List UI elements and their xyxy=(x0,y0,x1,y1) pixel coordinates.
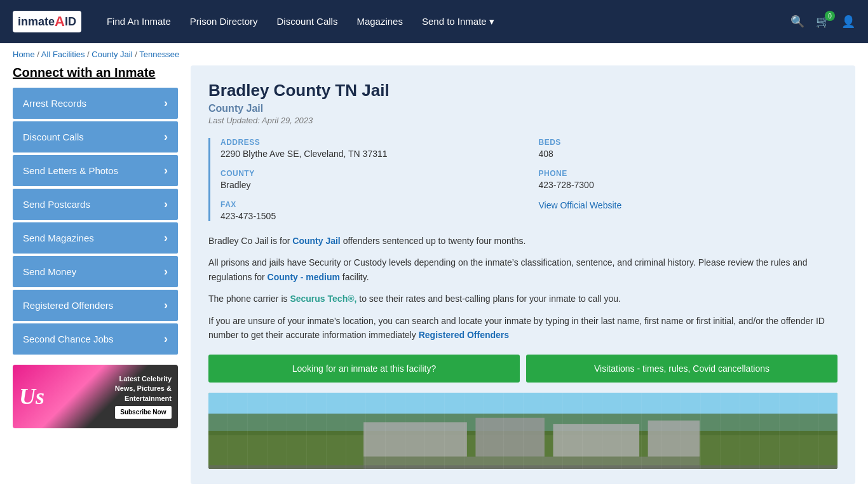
search-button[interactable]: 🔍 xyxy=(790,15,804,29)
county-field: COUNTY Bradley xyxy=(220,169,520,190)
find-inmate-button[interactable]: Looking for an inmate at this facility? xyxy=(208,355,520,383)
fax-value: 423-473-1505 xyxy=(220,211,520,221)
sidebar-item-label: Send Letters & Photos xyxy=(23,165,118,176)
ad-banner[interactable]: Us Latest Celebrity News, Pictures & Ent… xyxy=(13,365,178,428)
nav-discount-calls[interactable]: Discount Calls xyxy=(277,16,338,27)
sidebar-item-registered-offenders[interactable]: Registered Offenders › xyxy=(13,290,178,321)
sidebar-item-label: Registered Offenders xyxy=(23,300,113,311)
facility-info-grid: ADDRESS 2290 Blythe Ave SE, Cleveland, T… xyxy=(208,138,837,221)
desc-paragraph-3: The phone carrier is Securus Tech®, to s… xyxy=(208,292,837,306)
sidebar-menu: Arrest Records › Discount Calls › Send L… xyxy=(13,88,178,355)
nav-magazines[interactable]: Magazines xyxy=(356,16,403,27)
visitations-button[interactable]: Visitations - times, rules, Covid cancel… xyxy=(526,355,837,383)
chevron-right-icon: › xyxy=(164,97,168,110)
photo-overlay xyxy=(208,393,837,469)
facility-type: County Jail xyxy=(208,103,837,114)
chevron-right-icon: › xyxy=(164,231,168,245)
sidebar: Connect with an Inmate Arrest Records › … xyxy=(13,65,178,484)
nav-prison-directory[interactable]: Prison Directory xyxy=(190,16,258,27)
nav-icons: 🔍 🛒 0 👤 xyxy=(790,15,855,29)
address-label: ADDRESS xyxy=(220,138,520,147)
county-medium-link[interactable]: County - medium xyxy=(268,272,340,282)
chevron-right-icon: › xyxy=(164,198,168,211)
sidebar-item-discount-calls[interactable]: Discount Calls › xyxy=(13,121,178,152)
county-jail-link-1[interactable]: County Jail xyxy=(292,236,340,246)
beds-label: BEDS xyxy=(539,138,838,147)
chevron-right-icon: › xyxy=(164,299,168,312)
sidebar-item-send-letters[interactable]: Send Letters & Photos › xyxy=(13,155,178,186)
chevron-right-icon: › xyxy=(164,332,168,346)
cart-badge: 0 xyxy=(825,11,835,21)
beds-value: 408 xyxy=(539,149,838,159)
desc-paragraph-4: If you are unsure of your inmate’s locat… xyxy=(208,314,837,342)
sidebar-item-label: Send Postcards xyxy=(23,199,90,210)
sidebar-item-send-magazines[interactable]: Send Magazines › xyxy=(13,222,178,254)
logo-text: inmate xyxy=(18,15,55,29)
facility-title: Bradley County TN Jail xyxy=(208,81,837,100)
website-link[interactable]: View Official Website xyxy=(539,200,622,210)
chevron-right-icon: › xyxy=(164,265,168,278)
fax-field: FAX 423-473-1505 xyxy=(220,200,520,221)
main-layout: Connect with an Inmate Arrest Records › … xyxy=(0,65,868,488)
nav-send-to-inmate[interactable]: Send to Inmate ▾ xyxy=(422,16,494,27)
account-button[interactable]: 👤 xyxy=(841,15,855,29)
website-field: View Official Website xyxy=(539,200,838,221)
ad-subscribe-button[interactable]: Subscribe Now xyxy=(115,406,172,419)
sidebar-item-label: Send Magazines xyxy=(23,233,94,243)
facility-content: Bradley County TN Jail County Jail Last … xyxy=(191,65,855,484)
phone-label: PHONE xyxy=(539,169,838,178)
sidebar-title: Connect with an Inmate xyxy=(13,65,178,80)
phone-value: 423-728-7300 xyxy=(539,180,838,190)
sidebar-item-arrest-records[interactable]: Arrest Records › xyxy=(13,88,178,119)
beds-field: BEDS 408 xyxy=(539,138,838,159)
breadcrumb-all-facilities[interactable]: All Facilities xyxy=(41,50,85,59)
breadcrumb-home[interactable]: Home xyxy=(13,50,35,59)
ad-logo: Us xyxy=(19,383,44,410)
nav-links: Find An Inmate Prison Directory Discount… xyxy=(107,16,778,27)
phone-field: PHONE 423-728-7300 xyxy=(539,169,838,190)
ad-text: Latest Celebrity News, Pictures & Entert… xyxy=(115,374,172,419)
last-updated: Last Updated: April 29, 2023 xyxy=(208,116,837,125)
facility-photo xyxy=(208,393,837,469)
sidebar-item-label: Send Money xyxy=(23,266,76,277)
sidebar-item-label: Arrest Records xyxy=(23,98,86,109)
county-value: Bradley xyxy=(220,180,520,190)
address-field: ADDRESS 2290 Blythe Ave SE, Cleveland, T… xyxy=(220,138,520,159)
desc-paragraph-2: All prisons and jails have Security or C… xyxy=(208,255,837,284)
chevron-right-icon: › xyxy=(164,164,168,177)
sidebar-item-label: Second Chance Jobs xyxy=(23,334,114,344)
action-buttons: Looking for an inmate at this facility? … xyxy=(208,355,837,383)
breadcrumb-county-jail[interactable]: County Jail xyxy=(92,50,132,59)
county-label: COUNTY xyxy=(220,169,520,178)
securus-link[interactable]: Securus Tech®, xyxy=(290,294,356,304)
registered-offenders-link[interactable]: Registered Offenders xyxy=(419,330,509,340)
sidebar-item-send-postcards[interactable]: Send Postcards › xyxy=(13,189,178,220)
logo[interactable]: inmateAID xyxy=(13,11,81,32)
main-nav: inmateAID Find An Inmate Prison Director… xyxy=(0,0,868,43)
fax-label: FAX xyxy=(220,200,520,209)
breadcrumb: Home / All Facilities / County Jail / Te… xyxy=(0,43,868,65)
nav-find-inmate[interactable]: Find An Inmate xyxy=(107,16,171,27)
breadcrumb-tennessee[interactable]: Tennessee xyxy=(139,50,179,59)
facility-description: Bradley Co Jail is for County Jail offen… xyxy=(208,234,837,342)
sidebar-item-send-money[interactable]: Send Money › xyxy=(13,256,178,287)
sidebar-item-second-chance-jobs[interactable]: Second Chance Jobs › xyxy=(13,323,178,355)
address-value: 2290 Blythe Ave SE, Cleveland, TN 37311 xyxy=(220,149,520,159)
desc-paragraph-1: Bradley Co Jail is for County Jail offen… xyxy=(208,234,837,248)
sidebar-item-label: Discount Calls xyxy=(23,132,84,142)
chevron-right-icon: › xyxy=(164,130,168,144)
cart-button[interactable]: 🛒 0 xyxy=(816,15,830,29)
